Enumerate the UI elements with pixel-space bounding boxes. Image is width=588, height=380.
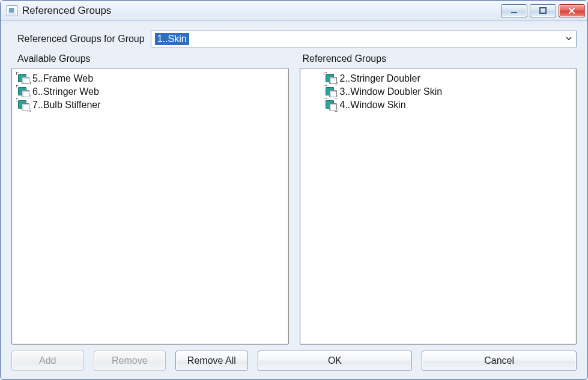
maximize-button[interactable] xyxy=(530,4,556,17)
list-item-label: 2..Stringer Doubler xyxy=(340,73,420,84)
group-icon xyxy=(18,100,29,110)
group-combobox-value: 1..Skin xyxy=(155,33,189,45)
cancel-button[interactable]: Cancel xyxy=(422,351,577,371)
client-area: Referenced Groups for Group 1..Skin Avai… xyxy=(1,21,587,379)
group-icon xyxy=(326,100,336,110)
window-controls xyxy=(501,4,585,17)
svg-rect-0 xyxy=(511,12,517,13)
group-icon xyxy=(18,74,29,83)
referenced-groups-list[interactable]: 2..Stringer Doubler 3..Window Doubler Sk… xyxy=(300,68,577,345)
available-groups-list[interactable]: 5..Frame Web 6..Stringer Web 7..Bulb Sti… xyxy=(11,68,289,345)
list-item-label: 6..Stringer Web xyxy=(32,86,99,97)
list-item[interactable]: 5..Frame Web xyxy=(16,72,285,85)
remove-all-button[interactable]: Remove All xyxy=(175,351,248,371)
close-button[interactable] xyxy=(559,4,585,17)
dialog-window: Referenced Groups Referenced Groups for xyxy=(0,0,588,380)
group-icon xyxy=(326,87,336,97)
list-item[interactable]: 6..Stringer Web xyxy=(16,85,285,98)
group-icon xyxy=(326,74,336,83)
group-icon xyxy=(18,87,29,97)
group-combobox[interactable]: 1..Skin xyxy=(151,31,577,47)
available-groups-label: Available Groups xyxy=(17,53,292,64)
remove-button[interactable]: Remove xyxy=(94,351,166,371)
list-item-label: 5..Frame Web xyxy=(32,73,93,84)
list-item[interactable]: 4..Window Skin xyxy=(304,98,573,112)
group-for-label: Referenced Groups for Group xyxy=(17,34,145,44)
add-button[interactable]: Add xyxy=(11,351,84,371)
ok-button[interactable]: OK xyxy=(258,351,413,371)
minimize-icon xyxy=(510,7,518,15)
close-icon xyxy=(568,7,576,15)
list-item-label: 7..Bulb Stiffener xyxy=(32,100,101,110)
list-item[interactable]: 3..Window Doubler Skin xyxy=(304,85,573,98)
app-icon xyxy=(7,5,17,16)
list-item-label: 4..Window Skin xyxy=(340,100,406,110)
lists-row: 5..Frame Web 6..Stringer Web 7..Bulb Sti… xyxy=(11,68,577,345)
svg-rect-1 xyxy=(540,8,546,13)
group-selector-row: Referenced Groups for Group 1..Skin xyxy=(17,31,577,47)
window-title: Referenced Groups xyxy=(22,5,501,17)
list-item-label: 3..Window Doubler Skin xyxy=(340,86,443,97)
titlebar: Referenced Groups xyxy=(1,1,587,21)
list-item[interactable]: 2..Stringer Doubler xyxy=(304,72,573,85)
minimize-button[interactable] xyxy=(501,4,527,17)
list-item[interactable]: 7..Bulb Stiffener xyxy=(16,98,285,112)
buttons-row: Add Remove Remove All OK Cancel xyxy=(11,351,577,371)
chevron-down-icon xyxy=(565,34,572,44)
list-labels-row: Available Groups Referenced Groups xyxy=(17,53,577,64)
maximize-icon xyxy=(539,7,547,15)
referenced-groups-label: Referenced Groups xyxy=(303,53,577,64)
